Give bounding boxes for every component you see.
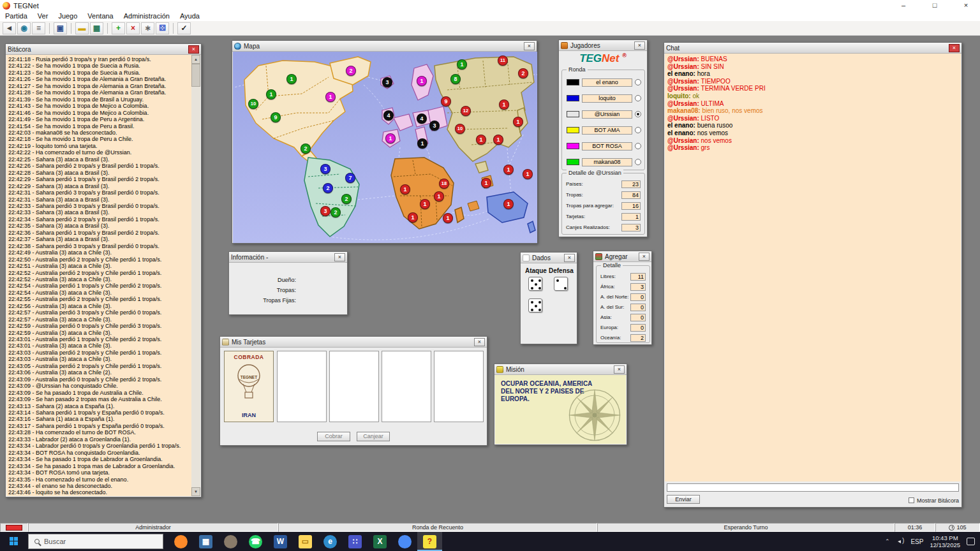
player-turn-radio[interactable]: [635, 127, 641, 133]
army-marker[interactable]: 1: [417, 138, 427, 149]
army-marker[interactable]: 3: [429, 121, 440, 131]
player-name-field[interactable]: makana08: [582, 158, 632, 166]
army-marker[interactable]: 2: [330, 207, 341, 217]
attack-icon[interactable]: ×: [126, 22, 140, 34]
keyboard-language[interactable]: ESP: [910, 538, 923, 545]
close-icon[interactable]: ×: [949, 44, 960, 52]
jugadores-titlebar[interactable]: Jugadores ×: [559, 40, 647, 51]
save-icon[interactable]: ▣: [54, 22, 67, 34]
volume-icon[interactable]: [896, 538, 904, 545]
close-icon[interactable]: ×: [614, 365, 625, 374]
dados-titlebar[interactable]: Dados ×: [521, 253, 577, 263]
taskbar-app-gimp[interactable]: [218, 532, 243, 551]
army-marker[interactable]: 9: [441, 96, 451, 107]
army-marker[interactable]: 9: [271, 112, 281, 122]
army-marker[interactable]: 1: [476, 135, 486, 145]
action-center-icon[interactable]: [967, 538, 975, 545]
player-name-field[interactable]: BOT ROSA: [582, 142, 632, 151]
army-marker[interactable]: 1: [503, 199, 514, 209]
army-marker[interactable]: 1: [385, 133, 396, 143]
tarjetas-titlebar[interactable]: Mis Tarjetas ×: [220, 337, 487, 348]
player-name-field[interactable]: loquito: [582, 94, 632, 103]
taskbar-app-excel[interactable]: X: [368, 532, 392, 551]
army-marker[interactable]: 2: [301, 143, 311, 154]
menu-item-ver[interactable]: Ver: [33, 11, 54, 21]
army-marker[interactable]: 1: [513, 117, 523, 127]
army-marker[interactable]: 8: [450, 74, 461, 84]
card-slot-3[interactable]: [329, 351, 379, 422]
taskbar-clock[interactable]: 10:43 PM 12/13/2025: [930, 534, 960, 548]
send-button[interactable]: Enviar: [667, 495, 700, 504]
army-marker[interactable]: 1: [481, 178, 491, 188]
menu-item-partida[interactable]: Partida: [0, 11, 33, 21]
army-marker[interactable]: 1: [420, 199, 430, 209]
army-marker[interactable]: 1: [523, 169, 533, 179]
maximize-button[interactable]: □: [921, 0, 949, 11]
army-marker[interactable]: 1: [493, 135, 503, 145]
sound-icon[interactable]: ◄: [3, 22, 16, 34]
taskbar-app-chromium[interactable]: [392, 532, 417, 551]
scroll-thumb[interactable]: [191, 64, 200, 87]
menu-item-administración[interactable]: Administración: [119, 11, 175, 21]
taskbar-app-edge[interactable]: e: [318, 532, 343, 551]
minimize-button[interactable]: –: [889, 0, 917, 11]
army-marker[interactable]: 3: [320, 164, 330, 174]
regroup-icon[interactable]: ∗: [141, 22, 154, 34]
army-marker[interactable]: 1: [503, 165, 514, 175]
taskbar-app-whatsapp[interactable]: ☎: [243, 532, 268, 551]
globe-icon[interactable]: ◉: [17, 22, 31, 34]
army-marker[interactable]: 4: [383, 110, 394, 121]
army-marker[interactable]: 2: [346, 66, 356, 76]
army-marker[interactable]: 3: [320, 206, 330, 216]
close-icon[interactable]: ×: [639, 253, 650, 261]
army-marker[interactable]: 12: [461, 106, 471, 116]
canjear-button[interactable]: Canjear: [357, 432, 390, 441]
app-titlebar[interactable]: TEGNet – □ ×: [0, 0, 980, 11]
army-marker[interactable]: 11: [498, 55, 508, 66]
army-marker[interactable]: 1: [286, 74, 297, 84]
show-log-checkbox-group[interactable]: Mostrar Bitácora: [909, 494, 959, 505]
close-icon[interactable]: ×: [524, 42, 535, 50]
player-name-field[interactable]: @Urssian: [582, 110, 632, 119]
chat-input[interactable]: [667, 483, 959, 492]
army-marker[interactable]: 2: [341, 194, 352, 204]
add-troops-icon[interactable]: +: [112, 22, 125, 34]
checkbox-icon[interactable]: [909, 497, 914, 503]
close-icon[interactable]: ×: [564, 254, 575, 262]
menu-item-ventana[interactable]: Ventana: [82, 11, 118, 21]
taskbar-app-file-explorer[interactable]: ▭: [293, 532, 318, 551]
army-marker[interactable]: 1: [408, 212, 418, 223]
army-marker[interactable]: 10: [248, 99, 258, 109]
army-marker[interactable]: 7: [345, 173, 355, 183]
bitacora-titlebar[interactable]: Bitácora ×: [6, 44, 201, 55]
abacus-icon[interactable]: ▦: [90, 22, 103, 34]
bitacora-scrollbar[interactable]: ▲ ▼: [191, 55, 200, 496]
army-marker[interactable]: 1: [457, 59, 467, 70]
close-button[interactable]: ×: [952, 0, 980, 11]
army-marker[interactable]: 1: [400, 184, 410, 195]
army-marker[interactable]: 1: [325, 92, 336, 102]
close-icon[interactable]: ×: [474, 338, 485, 346]
cobrar-button[interactable]: Cobrar: [317, 432, 350, 441]
chat-titlebar[interactable]: Chat ×: [664, 43, 961, 54]
card-slot-1[interactable]: COBRADA TEGNET IRAN: [224, 351, 274, 422]
taskbar-app-calculator[interactable]: ▦: [193, 532, 218, 551]
army-marker[interactable]: 18: [439, 179, 449, 189]
map-canvas[interactable]: 1231111821191094121431011111237112181211…: [233, 52, 537, 243]
agregar-titlebar[interactable]: Agregar ×: [593, 251, 651, 262]
close-icon[interactable]: ×: [188, 45, 199, 54]
end-turn-icon[interactable]: ✓: [177, 22, 191, 34]
army-marker[interactable]: 1: [443, 213, 453, 223]
army-marker[interactable]: 1: [266, 89, 276, 99]
taskbar-app-tegnet[interactable]: ?: [417, 532, 442, 551]
taskbar-app-word[interactable]: W: [268, 532, 293, 551]
log-icon[interactable]: ≡: [32, 22, 45, 34]
dice-icon[interactable]: ⚄: [156, 22, 169, 34]
army-marker[interactable]: 3: [382, 77, 392, 87]
player-turn-radio[interactable]: [635, 111, 641, 117]
menu-item-juego[interactable]: Juego: [53, 11, 82, 21]
menu-item-ayuda[interactable]: Ayuda: [175, 11, 205, 21]
scroll-down-icon[interactable]: ▼: [191, 487, 200, 496]
scroll-up-icon[interactable]: ▲: [191, 55, 200, 64]
card-slot-4[interactable]: [382, 351, 431, 422]
